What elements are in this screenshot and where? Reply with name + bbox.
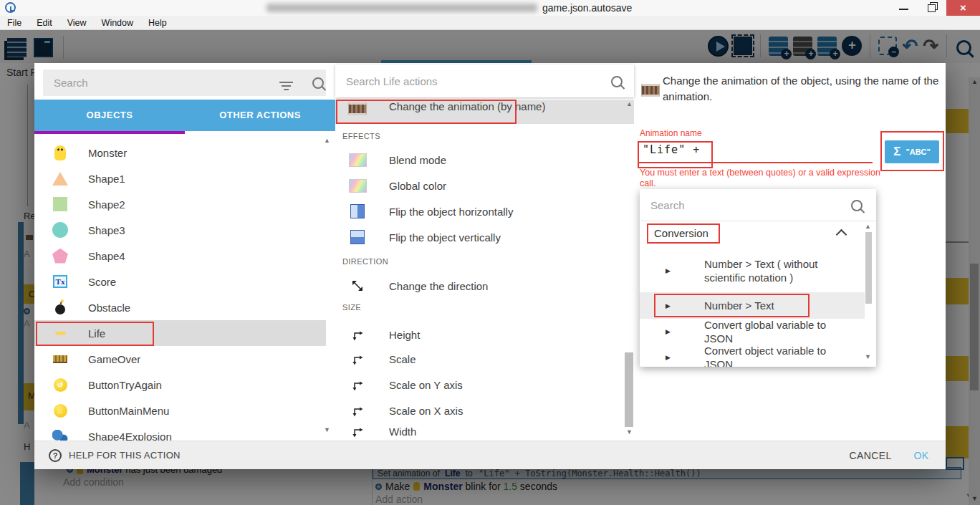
obscured-title-segment <box>266 4 537 12</box>
error-underline <box>638 162 873 163</box>
pentagon-icon <box>50 246 70 266</box>
action-row[interactable]: Height <box>335 322 625 347</box>
width-icon <box>347 423 368 440</box>
object-row[interactable]: Shape3 <box>34 217 326 243</box>
menu-file[interactable]: File <box>7 18 21 28</box>
action-row-selected[interactable]: Change the animation (by name) <box>335 100 634 124</box>
scale-x-icon <box>347 402 368 419</box>
scroll-down-icon[interactable]: ▼ <box>324 427 330 433</box>
window-controls <box>889 0 980 16</box>
scrollbar-thumb[interactable] <box>865 232 872 304</box>
object-row[interactable]: Tx Score <box>34 269 326 294</box>
bomb-icon <box>50 297 70 317</box>
scroll-up-icon[interactable]: ▲ <box>626 101 633 107</box>
scroll-down-icon[interactable]: ▼ <box>626 429 633 436</box>
expand-arrow-icon[interactable]: ▶ <box>666 302 671 309</box>
action-row[interactable]: Flip the object vertically <box>335 224 625 250</box>
gdevelop-logo-icon <box>5 2 16 13</box>
expand-arrow-icon[interactable]: ▶ <box>666 354 671 361</box>
object-row-selected[interactable]: Life <box>34 320 326 346</box>
action-description: Change the animation of the object, usin… <box>663 73 943 105</box>
object-row[interactable]: ⌂ ButtonMainMenu <box>34 398 326 423</box>
expand-arrow-icon[interactable]: ▶ <box>666 328 671 335</box>
filter-icon[interactable] <box>279 82 293 83</box>
action-row[interactable]: Scale on Y axis <box>335 372 625 398</box>
menu-window[interactable]: Window <box>102 18 133 28</box>
search-icon[interactable] <box>851 200 863 211</box>
expression-search-field[interactable] <box>640 189 876 221</box>
object-row[interactable]: Shape2 <box>34 191 326 217</box>
object-row[interactable]: GameOver <box>34 346 326 372</box>
tab-other-actions[interactable]: OTHER ACTIONS <box>185 100 335 131</box>
close-icon[interactable] <box>946 0 980 16</box>
monster-icon <box>50 143 70 163</box>
menu-edit[interactable]: Edit <box>37 18 52 28</box>
object-row[interactable]: Monster <box>34 140 326 165</box>
action-search-field[interactable] <box>335 64 634 97</box>
scroll-up-icon[interactable]: ▲ <box>865 223 871 230</box>
circle-icon <box>50 220 70 240</box>
retry-button-icon: ↺ <box>50 375 70 395</box>
action-row[interactable]: Flip the object horizontally <box>335 198 625 224</box>
action-row[interactable]: Blend mode <box>335 147 625 173</box>
hearts-icon <box>50 323 70 343</box>
banner-icon <box>50 349 70 369</box>
home-button-icon: ⌂ <box>50 400 70 420</box>
tab-objects[interactable]: OBJECTS <box>34 100 185 131</box>
scroll-down-icon[interactable]: ▼ <box>865 354 871 360</box>
workspace: + + + + – ↶ ↷ Start P Re A O A M A H Mon… <box>0 30 980 505</box>
film-icon <box>641 84 660 99</box>
object-row[interactable]: ↺ ButtonTryAgain <box>34 372 326 398</box>
action-editor-dialog: OBJECTS OTHER ACTIONS Monster Shape1 Sha… <box>34 63 946 469</box>
menu-view[interactable]: View <box>67 18 87 28</box>
scroll-up-icon[interactable]: ▲ <box>324 138 330 144</box>
object-row[interactable]: Obstacle <box>34 294 326 320</box>
object-row[interactable]: Shape1 <box>34 165 326 191</box>
expression-item[interactable]: ▶ Convert object variable to JSON <box>640 345 865 367</box>
left-panel-tabs: OBJECTS OTHER ACTIONS <box>34 100 335 131</box>
chevron-up-icon[interactable] <box>836 229 847 241</box>
global-color-icon <box>347 177 368 194</box>
category-conversion[interactable]: Conversion <box>640 221 865 245</box>
window-title: game.json.autosave <box>542 0 632 16</box>
action-search-input[interactable] <box>335 64 579 97</box>
object-row[interactable]: Shape4 <box>34 243 326 269</box>
active-tab-underline <box>34 131 185 134</box>
flip-horizontal-icon <box>347 203 368 220</box>
expression-item[interactable]: ▶ Convert global variable to JSON <box>640 319 865 345</box>
search-icon[interactable] <box>312 77 324 89</box>
scale-icon <box>347 350 368 367</box>
expression-item[interactable]: ▶ Number > Text ( without scientific not… <box>640 251 865 291</box>
window-titlebar: game.json.autosave <box>0 0 980 16</box>
scrollbar-thumb[interactable] <box>625 352 633 427</box>
object-search-field[interactable] <box>43 69 326 96</box>
field-label: Animation name <box>640 128 702 138</box>
action-row[interactable]: Scale <box>335 346 625 372</box>
animation-name-input[interactable]: "Life" + <box>643 143 700 156</box>
section-header: EFFECTS <box>342 132 380 140</box>
expression-dropdown: Conversion ▶ Number > Text ( without sci… <box>640 189 876 367</box>
help-icon[interactable] <box>49 449 62 462</box>
object-search-input[interactable] <box>43 69 274 96</box>
expand-arrow-icon[interactable]: ▶ <box>666 267 671 274</box>
blend-mode-icon <box>347 151 368 168</box>
minimize-icon[interactable] <box>889 0 918 16</box>
cancel-button[interactable]: CANCEL <box>847 441 894 469</box>
direction-icon <box>347 277 368 294</box>
action-row[interactable]: Global color <box>335 173 625 198</box>
expression-builder-button[interactable]: Σ "ABC" <box>885 140 939 163</box>
error-text: You must enter a text (between quotes) o… <box>640 168 896 189</box>
expression-item-selected[interactable]: ▶ Number > Text <box>640 292 865 319</box>
menu-help[interactable]: Help <box>148 18 167 28</box>
flip-vertical-icon <box>347 229 368 246</box>
search-icon[interactable] <box>611 76 623 87</box>
ok-button[interactable]: OK <box>905 441 937 469</box>
dialog-footer: HELP FOR THIS ACTION CANCEL OK <box>34 441 946 469</box>
menubar: File Edit View Window Help <box>0 16 980 30</box>
triangle-icon <box>50 168 70 188</box>
action-row[interactable]: Change the direction <box>335 273 625 299</box>
help-button[interactable]: HELP FOR THIS ACTION <box>69 441 181 469</box>
section-header: SIZE <box>342 303 361 312</box>
restore-icon[interactable] <box>918 0 946 16</box>
expression-search-input[interactable] <box>640 189 835 221</box>
